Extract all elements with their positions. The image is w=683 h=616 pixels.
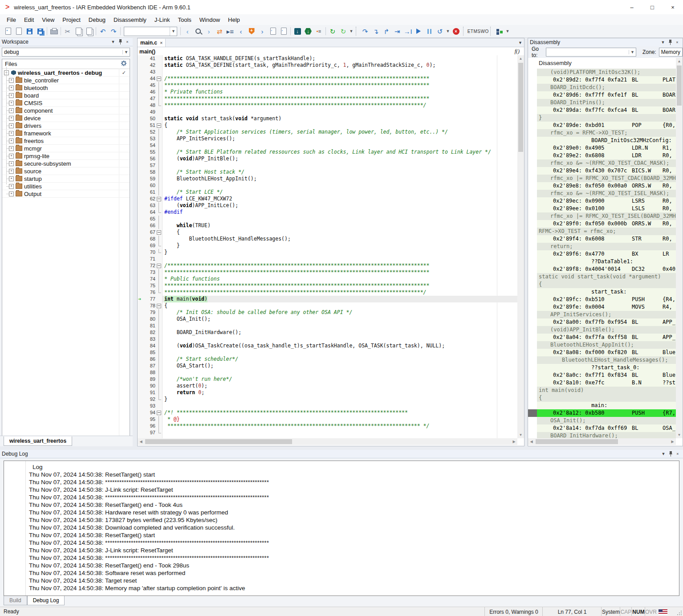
disassembly-gutter[interactable] xyxy=(528,69,537,438)
disassembly-menu-icon[interactable]: ▼ xyxy=(659,40,667,45)
expand-icon[interactable]: + xyxy=(9,161,14,166)
disassembly-instruction-row[interactable]: 0x2'8a14: 0xf7da 0xff69BLOSA_ xyxy=(537,424,676,432)
disassembly-vscroll-thumb[interactable] xyxy=(677,65,682,106)
disassembly-horizontal-scrollbar[interactable]: ◀ ▶ xyxy=(528,438,676,445)
code-line-61[interactable]: 61 /* Start LCE */ xyxy=(138,189,517,196)
disassembly-source-row[interactable]: return; xyxy=(537,243,676,250)
tree-item-project[interactable]: −wireless_uart_freertos - debug✓ xyxy=(2,69,130,77)
find-button[interactable] xyxy=(193,26,203,37)
editor-context-function[interactable]: main() xyxy=(139,49,155,55)
tree-item-output[interactable]: +Output xyxy=(2,190,130,198)
find-next-button[interactable]: › xyxy=(203,26,214,37)
debug-log-viewport[interactable]: Log Thu Nov 07, 2024 14:50:38: ResetTarg… xyxy=(4,461,679,596)
code-line-82[interactable]: 82 BOARD_InitHardware(); xyxy=(138,329,517,336)
stop-debugging-button[interactable]: × xyxy=(451,26,461,37)
disassembly-source-row[interactable]: rfmc_xo &= ~(RFMC_XO_TEST_CDAC_MASK); xyxy=(537,159,676,167)
disassembly-instruction-row[interactable]: 0x2'8a10: 0xe7fcB.N??st xyxy=(537,379,676,387)
code-line-42[interactable]: 42static OSA_TASK_DEFINE(start_task, gMa… xyxy=(138,62,517,69)
toggle-bookmark-button[interactable]: + xyxy=(246,26,257,37)
disassembly-source-row[interactable]: APP_InitServices(); xyxy=(537,311,676,318)
expand-icon[interactable]: + xyxy=(9,78,14,83)
code-line-57[interactable]: 57 xyxy=(138,162,517,169)
navigate-forward-button[interactable]: › xyxy=(257,26,268,37)
code-line-70[interactable]: 70} xyxy=(138,249,517,256)
disassembly-source-row[interactable]: { xyxy=(537,281,676,288)
fold-collapse-icon[interactable] xyxy=(157,264,161,268)
disassembly-pin-icon[interactable] xyxy=(667,39,674,46)
code-line-60[interactable]: 60 xyxy=(138,182,517,189)
download-and-debug-button[interactable]: ↓ xyxy=(303,26,313,37)
menu-file[interactable]: File xyxy=(3,15,20,24)
find-previous-button[interactable]: ‹ xyxy=(182,26,193,37)
next-statement-button[interactable]: ⇥ xyxy=(392,26,402,37)
workspace-pin-icon[interactable] xyxy=(117,39,124,45)
expand-icon[interactable]: + xyxy=(9,123,14,128)
expand-icon[interactable]: + xyxy=(9,139,14,143)
fold-collapse-icon[interactable] xyxy=(157,411,161,415)
disassembly-label-row[interactable]: start_task: xyxy=(537,288,676,296)
disassembly-instruction-row[interactable]: 0x2'8a04: 0xf7fa 0xff58BLAPP_ xyxy=(537,334,676,341)
fold-collapse-icon[interactable] xyxy=(157,304,161,308)
disassembly-content[interactable]: Disassembly (void)PLATFORM_InitOsc32K();… xyxy=(528,58,676,438)
disassembly-source-row[interactable]: OSA_Init(); xyxy=(537,417,676,424)
disassembly-source-row[interactable]: { xyxy=(537,394,676,402)
debug-log-close-icon[interactable]: × xyxy=(674,452,681,456)
goto-combo[interactable]: ▼ xyxy=(546,48,636,57)
disassembly-source-row[interactable]: } xyxy=(537,114,676,122)
output-tab-debuglog[interactable]: Debug Log xyxy=(27,596,65,605)
code-line-74[interactable]: 74* Public functions xyxy=(138,276,517,282)
code-line-72[interactable]: 72/*************************************… xyxy=(138,262,517,269)
expand-icon[interactable]: + xyxy=(9,146,14,151)
workspace-tab[interactable]: wireless_uart_freertos xyxy=(4,437,72,446)
debug-log-pin-icon[interactable] xyxy=(667,451,674,457)
disassembly-source-row[interactable]: (void)APP_InitBle(); xyxy=(537,326,676,334)
tree-item-freertos[interactable]: +freertos xyxy=(2,137,130,145)
editor-vertical-scrollbar[interactable]: ▲ ▼ xyxy=(517,55,524,438)
code-line-95[interactable]: 95 * @} xyxy=(138,416,517,423)
disassembly-label-row[interactable]: ??start_task_0: xyxy=(537,364,676,371)
minimize-button[interactable]: – xyxy=(622,0,642,14)
code-line-94[interactable]: 94/*! **********************************… xyxy=(138,409,517,416)
disassembly-instruction-row[interactable]: 0x2'89e2: 0x6808LDRR0, xyxy=(537,152,676,159)
menu-jlink[interactable]: J-Link xyxy=(150,15,174,24)
code-line-51[interactable]: 51{ xyxy=(138,122,517,129)
expand-icon[interactable]: + xyxy=(9,176,14,181)
expand-icon[interactable]: + xyxy=(9,116,14,121)
toolbar-overflow-chevron-2[interactable]: ▼ xyxy=(505,29,510,33)
menu-project[interactable]: Project xyxy=(58,15,84,24)
swo-button[interactable]: SWO xyxy=(478,26,488,37)
menu-window[interactable]: Window xyxy=(195,15,224,24)
code-line-41[interactable]: 41static OSA_TASK_HANDLE_DEFINE(s_startT… xyxy=(138,55,517,62)
close-icon[interactable]: × xyxy=(160,40,163,45)
restart-debugger-button[interactable]: ↻ xyxy=(327,26,338,37)
menu-debug[interactable]: Debug xyxy=(85,15,110,24)
scroll-right-icon[interactable]: ▶ xyxy=(669,438,676,445)
step-over-button[interactable]: ↷ xyxy=(360,26,370,37)
reset-button[interactable]: ↺ xyxy=(435,26,445,37)
run-to-cursor-button[interactable]: →I xyxy=(402,26,413,37)
code-line-62[interactable]: 62#ifdef LCE_KW47_MCXW72 xyxy=(138,196,517,202)
editor-horizontal-scrollbar[interactable]: ◀ ▶ xyxy=(138,438,517,445)
disassembly-source-row[interactable]: int main(void) xyxy=(537,387,676,394)
expand-icon[interactable]: + xyxy=(9,192,14,196)
disassembly-instruction-row[interactable]: 0x2'89ec: 0x0900LSRSR0, xyxy=(537,197,676,205)
code-line-43[interactable]: 43 xyxy=(138,69,517,75)
disassembly-instruction-row[interactable]: 0x2'89e8: 0xf050 0x00a0ORRS.WR0, xyxy=(537,182,676,190)
code-line-67[interactable]: 67 { xyxy=(138,229,517,236)
undo-button[interactable]: ↶ xyxy=(98,26,108,37)
print-button[interactable] xyxy=(49,26,59,37)
new-file-button[interactable]: + xyxy=(3,26,13,37)
code-line-59[interactable]: 59 BluetoothLEHost_AppInit(); xyxy=(138,175,517,182)
copy-button[interactable] xyxy=(73,26,84,37)
disassembly-hscroll-thumb[interactable] xyxy=(536,439,618,444)
code-line-58[interactable]: 58 /* Start Host stack */ xyxy=(138,169,517,175)
expand-icon[interactable]: + xyxy=(9,86,14,90)
menu-view[interactable]: View xyxy=(38,15,58,24)
disassembly-source-row[interactable]: BOARD_InitDcdc(); xyxy=(537,84,676,91)
disassembly-instruction-row[interactable]: 0x2'89e4: 0xf430 0x707cBICS.WR0, xyxy=(537,167,676,175)
disassembly-source-row[interactable]: static void start_task(void *argument) xyxy=(537,273,676,281)
disassembly-instruction-row[interactable]: 0x2'89da: 0xf7fc 0xfca4BLBOAR xyxy=(537,106,676,114)
code-line-52[interactable]: 52 /* Start Application services (timers… xyxy=(138,129,517,135)
disassembly-instruction-row[interactable]: 0x2'8a08: 0xf000 0xf820BLBlue xyxy=(537,349,676,356)
step-into-button[interactable]: ↴ xyxy=(370,26,381,37)
